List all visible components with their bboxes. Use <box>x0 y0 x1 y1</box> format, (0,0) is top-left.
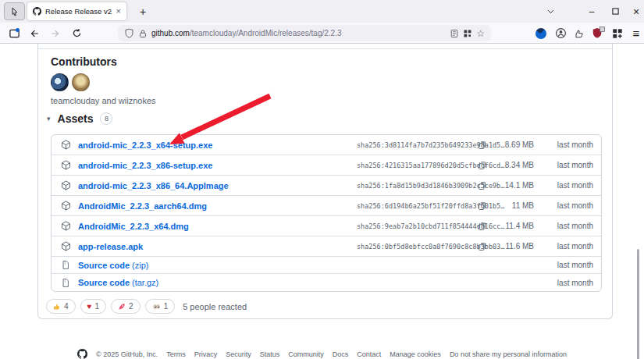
asset-row: android-mic_2.2.3_x64-setup.exe sha256:3… <box>52 135 601 155</box>
url-text: github.com/teamclouday/AndroidMic/releas… <box>151 29 341 37</box>
copy-icon[interactable] <box>476 139 489 151</box>
assets-count-badge: 8 <box>100 112 112 125</box>
asset-date: last month <box>557 242 593 251</box>
file-zip-icon <box>61 277 72 288</box>
contributor-avatar-wiiznokes[interactable] <box>72 73 90 91</box>
assets-heading: Assets <box>58 112 94 125</box>
account-icon[interactable] <box>553 26 568 41</box>
forward-button[interactable] <box>48 26 63 41</box>
extensions-icon[interactable] <box>610 26 625 41</box>
tab-strip: Release Release v2.2.3 · teamclo × + – × <box>0 0 644 23</box>
lock-icon[interactable] <box>138 29 148 38</box>
scrollbar-thumb[interactable] <box>637 249 639 359</box>
sidebar-toggle-icon[interactable] <box>6 26 22 41</box>
window-minimize-button[interactable]: – <box>582 3 601 20</box>
copy-icon[interactable] <box>476 159 489 172</box>
window-maximize-button[interactable] <box>606 3 624 20</box>
asset-download-link[interactable]: AndroidMic_2.2.3_aarch64.dmg <box>78 201 207 211</box>
copy-icon[interactable] <box>476 200 489 212</box>
footer-link-terms[interactable]: Terms <box>166 350 186 358</box>
disclosure-triangle-icon[interactable]: ▾ <box>47 115 51 123</box>
package-icon <box>61 180 72 191</box>
asset-row: Source code (zip) last month <box>52 257 601 274</box>
section-divider <box>38 48 612 49</box>
github-logo-icon <box>77 349 87 359</box>
asset-row: app-release.apk sha256:0bf5d8ebfcc0a0f76… <box>52 236 601 257</box>
asset-download-link[interactable]: android-mic_2.2.3_x86-setup.exe <box>78 161 212 170</box>
red-shield-extension-icon[interactable] <box>590 26 606 41</box>
container-grid-icon[interactable] <box>463 29 472 38</box>
browser-tab[interactable]: Release Release v2.2.3 · teamclo × <box>27 2 126 20</box>
contributors-names: teamclouday and wiiznokes <box>51 96 156 105</box>
eyes-emoji-icon <box>152 303 161 311</box>
footer-link-contact[interactable]: Contact <box>357 350 381 358</box>
github-favicon <box>33 7 41 16</box>
asset-download-link[interactable]: android-mic_2.2.3_x64-setup.exe <box>78 140 212 150</box>
browser-window: Release Release v2.2.3 · teamclo × + – × <box>0 0 644 359</box>
tab-close-icon[interactable]: × <box>116 7 121 16</box>
new-tab-button[interactable]: + <box>135 4 151 20</box>
assets-table: android-mic_2.2.3_x64-setup.exe sha256:3… <box>51 134 602 292</box>
tab-title: Release Release v2.2.3 · teamclo <box>45 7 112 16</box>
thumbs-up-extension-icon[interactable] <box>571 26 587 41</box>
tracking-shield-icon[interactable] <box>124 28 134 38</box>
reaction-count: 1 <box>164 302 169 311</box>
footer-link-status[interactable]: Status <box>260 350 280 358</box>
source-code-format[interactable]: (zip) <box>132 261 148 270</box>
back-button[interactable] <box>27 26 42 41</box>
asset-row: AndroidMic_2.2.3_x64.dmg sha256:9eab7a2b… <box>52 216 601 236</box>
reload-button[interactable] <box>69 26 84 41</box>
asset-download-link[interactable]: app-release.apk <box>78 242 143 251</box>
heart-emoji-icon: ♥ <box>87 303 92 311</box>
footer-link-manage-cookies[interactable]: Manage cookies <box>390 350 441 358</box>
assets-section-header[interactable]: ▾ Assets 8 <box>47 112 112 125</box>
release-box: Contributors teamclouday and wiiznokes ▾… <box>37 44 613 319</box>
asset-date: last month <box>557 222 593 230</box>
reaction-count: 4 <box>64 302 69 311</box>
extension-pie-icon[interactable] <box>533 26 549 41</box>
copy-icon[interactable] <box>476 220 489 233</box>
asset-row: AndroidMic_2.2.3_aarch64.dmg sha256:6d19… <box>52 196 601 216</box>
asset-download-link[interactable]: AndroidMic_2.2.3_x64.dmg <box>78 222 189 231</box>
asset-size: 11.6 MB <box>506 242 535 251</box>
bookmark-star-icon[interactable]: ☆ <box>476 29 485 38</box>
package-icon <box>61 241 72 252</box>
footer-link-community[interactable]: Community <box>288 350 324 358</box>
reaction-thumbs-up[interactable]: 4 <box>46 299 76 314</box>
reaction-rocket[interactable]: 2 <box>111 299 141 314</box>
file-zip-icon <box>61 260 72 271</box>
package-icon <box>61 221 72 232</box>
source-code-link[interactable]: Source code <box>78 278 130 287</box>
reader-mode-icon[interactable] <box>450 29 459 38</box>
asset-size: 11 MB <box>512 201 534 210</box>
copy-icon[interactable] <box>476 240 489 253</box>
firefox-view-button[interactable] <box>4 2 25 20</box>
menu-icon[interactable]: ≡ <box>628 26 644 41</box>
package-icon <box>61 201 72 211</box>
footer-link-do-not-share[interactable]: Do not share my personal information <box>450 350 567 358</box>
asset-size: 8.69 MB <box>505 140 534 149</box>
cursor-pointer-icon <box>9 6 20 17</box>
asset-size: 14.1 MB <box>505 181 534 190</box>
url-domain: github.com <box>151 29 190 37</box>
source-code-format[interactable]: (tar.gz) <box>132 278 158 287</box>
url-bar[interactable]: github.com/teamclouday/AndroidMic/releas… <box>118 25 491 41</box>
reactions-summary: 5 people reacted <box>183 302 247 311</box>
reaction-heart[interactable]: ♥ 1 <box>80 299 107 314</box>
footer-copyright: © 2025 GitHub, Inc. <box>96 350 158 358</box>
footer-link-docs[interactable]: Docs <box>333 350 349 358</box>
contributor-avatar-teamclouday[interactable] <box>51 73 69 91</box>
reactions-bar: 4 ♥ 1 2 1 5 people reacted <box>46 299 247 314</box>
tab-list-dropdown-button[interactable] <box>541 3 560 20</box>
copy-icon[interactable] <box>476 180 489 192</box>
window-close-button[interactable]: × <box>627 3 644 20</box>
asset-row: Source code (tar.gz) last month <box>52 274 601 291</box>
rocket-emoji-icon <box>118 303 126 311</box>
footer-link-security[interactable]: Security <box>226 350 251 358</box>
asset-row: android-mic_2.2.3_x86-setup.exe sha256:4… <box>52 155 601 176</box>
footer-link-privacy[interactable]: Privacy <box>194 350 218 358</box>
source-code-link[interactable]: Source code <box>78 261 130 270</box>
asset-date: last month <box>557 279 593 287</box>
reaction-eyes[interactable]: 1 <box>145 299 176 314</box>
asset-download-link[interactable]: android-mic_2.2.3_x86_64.AppImage <box>78 181 229 190</box>
